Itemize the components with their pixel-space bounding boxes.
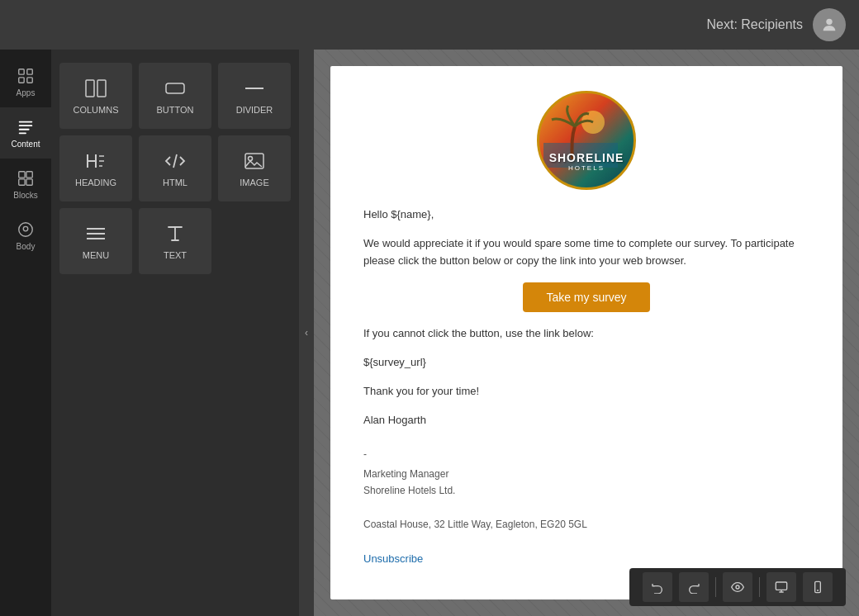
- sidebar-icons: Apps Content Blocks: [0, 50, 51, 616]
- toolbar-divider-1: [715, 577, 716, 597]
- email-signature-name: Alan Hogarth: [363, 412, 809, 429]
- mobile-view-button[interactable]: [803, 572, 833, 602]
- block-text[interactable]: TEXT: [139, 208, 211, 274]
- block-text-label: TEXT: [164, 250, 187, 260]
- email-greeting: Hello ${name},: [363, 206, 809, 224]
- main-area: Apps Content Blocks: [0, 50, 859, 616]
- svg-point-0: [826, 19, 832, 25]
- svg-point-13: [19, 222, 33, 236]
- sidebar-item-blocks-label: Blocks: [13, 191, 37, 200]
- svg-rect-15: [97, 80, 106, 97]
- svg-rect-14: [86, 80, 94, 97]
- sidebar-item-body[interactable]: Body: [0, 210, 51, 261]
- logo-text: SHORELINE HOTELS: [549, 109, 624, 172]
- block-divider[interactable]: DIVIDER: [218, 63, 291, 129]
- block-divider-label: DIVIDER: [236, 105, 273, 115]
- email-dash: -: [363, 446, 809, 462]
- svg-rect-12: [26, 178, 32, 184]
- svg-rect-24: [543, 102, 618, 147]
- svg-point-26: [736, 585, 739, 589]
- block-grid: COLUMNS BUTTON DIVIDER: [59, 63, 291, 274]
- collapse-handle[interactable]: ‹: [299, 50, 314, 616]
- block-menu[interactable]: MENU: [59, 208, 132, 274]
- email-survey-url: ${survey_url}: [363, 354, 809, 372]
- email-logo: SHORELINE HOTELS: [363, 91, 809, 190]
- svg-rect-3: [19, 77, 24, 82]
- email-signature-company: Shoreline Hotels Ltd.: [363, 482, 809, 499]
- svg-rect-11: [19, 178, 25, 184]
- email-signature-title: Marketing Manager: [363, 466, 809, 482]
- logo-sub: HOTELS: [549, 164, 624, 172]
- next-label: Next: Recipients: [707, 17, 804, 32]
- block-button-label: BUTTON: [156, 105, 193, 115]
- sidebar-item-content-label: Content: [11, 140, 40, 149]
- svg-rect-6: [19, 125, 33, 126]
- block-heading-label: HEADING: [75, 178, 116, 187]
- svg-rect-7: [19, 128, 30, 130]
- email-body2: If you cannot click the button, use the …: [363, 325, 809, 343]
- email-card: SHORELINE HOTELS Hello ${name}, We would…: [330, 66, 842, 599]
- undo-button[interactable]: [643, 572, 672, 602]
- svg-rect-9: [19, 171, 25, 177]
- logo-circle: SHORELINE HOTELS: [537, 91, 636, 190]
- block-image[interactable]: IMAGE: [218, 135, 291, 201]
- svg-rect-16: [166, 83, 184, 93]
- email-body: Hello ${name}, We would appreciate it if…: [363, 206, 809, 429]
- sidebar-item-apps[interactable]: Apps: [0, 56, 51, 107]
- sidebar-item-apps-label: Apps: [17, 88, 36, 97]
- email-preview-area: SHORELINE HOTELS Hello ${name}, We would…: [314, 50, 859, 616]
- email-footer: - Marketing Manager Shoreline Hotels Ltd…: [363, 446, 809, 568]
- preview-button[interactable]: [723, 572, 752, 602]
- sidebar-item-blocks[interactable]: Blocks: [0, 159, 51, 210]
- next-button[interactable]: Next: Recipients: [707, 8, 847, 41]
- block-image-label: IMAGE: [240, 178, 268, 187]
- svg-rect-2: [27, 69, 32, 73]
- unsubscribe-link[interactable]: Unsubscribe: [363, 552, 423, 565]
- email-thanks: Thank you for your time!: [363, 383, 809, 400]
- content-panel: COLUMNS BUTTON DIVIDER: [51, 50, 299, 616]
- block-button[interactable]: BUTTON: [139, 63, 211, 129]
- email-cta-button[interactable]: Take my survey: [523, 282, 649, 312]
- block-html-label: HTML: [163, 178, 187, 187]
- svg-rect-5: [19, 121, 33, 122]
- redo-button[interactable]: [679, 572, 709, 602]
- block-html[interactable]: HTML: [139, 135, 211, 201]
- svg-rect-10: [26, 171, 32, 177]
- desktop-view-button[interactable]: [766, 572, 796, 602]
- collapse-icon: ‹: [305, 327, 308, 339]
- svg-rect-8: [19, 132, 26, 134]
- topbar: Next: Recipients: [0, 0, 859, 50]
- svg-point-19: [249, 157, 253, 161]
- sidebar-item-content[interactable]: Content: [0, 107, 51, 159]
- block-menu-label: MENU: [83, 250, 109, 260]
- logo-brand: SHORELINE: [549, 152, 624, 164]
- email-address: Coastal House, 32 Little Way, Eagleton, …: [363, 516, 809, 533]
- email-cta-wrapper: Take my survey: [363, 282, 809, 312]
- avatar[interactable]: [813, 8, 846, 41]
- svg-rect-1: [19, 69, 24, 73]
- svg-rect-27: [776, 582, 786, 590]
- bottom-toolbar: [629, 568, 846, 606]
- svg-rect-4: [27, 77, 32, 82]
- toolbar-divider-2: [759, 577, 760, 597]
- block-heading[interactable]: HEADING: [59, 135, 132, 201]
- block-columns-label: COLUMNS: [73, 105, 118, 115]
- block-columns[interactable]: COLUMNS: [59, 63, 132, 129]
- email-body1: We would appreciate it if you would spar…: [363, 235, 809, 270]
- sidebar-item-body-label: Body: [17, 242, 36, 251]
